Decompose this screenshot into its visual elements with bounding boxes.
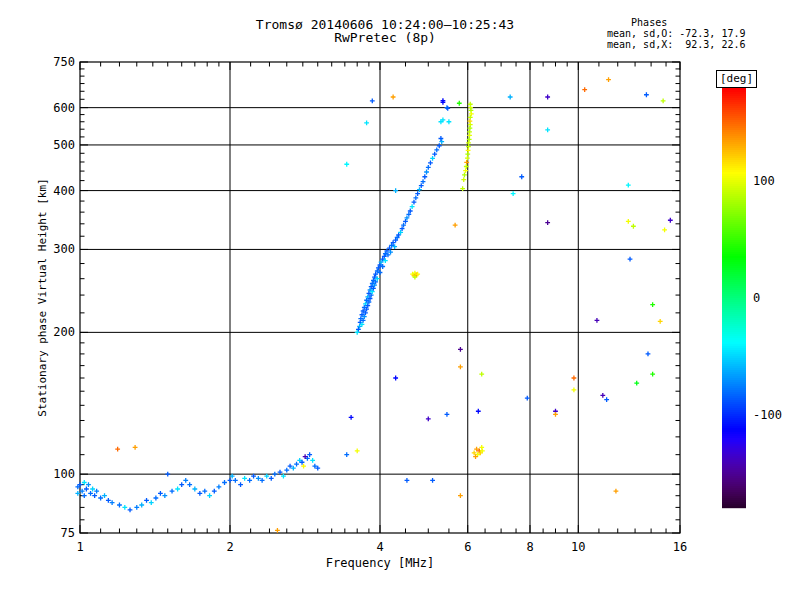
colorbar-tick-label: 100 [753, 174, 775, 188]
y-tick-label: 750 [53, 55, 75, 69]
grid-lines [80, 62, 680, 533]
data-point [247, 478, 252, 483]
data-point [662, 228, 667, 233]
data-point [445, 412, 450, 417]
data-point [458, 364, 463, 369]
data-point [644, 92, 649, 97]
data-point [275, 528, 280, 533]
x-tick-label: 2 [226, 540, 233, 554]
data-point [284, 468, 289, 473]
data-point [545, 220, 550, 225]
series-E-region-trace [75, 452, 320, 512]
x-tick-label: 1 [76, 540, 83, 554]
data-point [228, 478, 233, 483]
data-point [144, 498, 149, 503]
ionogram-plot: 124681016750600500400300200100751000-100 [0, 0, 800, 600]
data-point [424, 170, 429, 175]
data-point [133, 445, 138, 450]
data-point [545, 95, 550, 100]
data-point [445, 105, 450, 110]
data-point [149, 500, 154, 505]
data-point [405, 478, 410, 483]
data-point [170, 489, 175, 494]
data-point [355, 449, 360, 454]
data-point [458, 347, 463, 352]
data-point [457, 101, 462, 106]
data-point [604, 397, 609, 402]
data-point [631, 224, 636, 229]
colorbar-tick-label: 0 [753, 291, 760, 305]
data-point [626, 183, 631, 188]
data-point [650, 302, 655, 307]
data-point [658, 319, 663, 324]
data-point [479, 372, 484, 377]
data-point [519, 174, 524, 179]
y-tick-labels: 75060050040030020010075 [53, 55, 75, 540]
data-point [634, 381, 639, 386]
data-point [410, 204, 415, 209]
data-point [233, 478, 238, 483]
x-tick-label: 4 [376, 540, 383, 554]
data-point [349, 415, 354, 420]
data-point [437, 143, 442, 148]
data-point [153, 496, 158, 501]
ionogram-page: Tromsø 20140606 10:24:00–10:25:43 RwPret… [0, 0, 800, 600]
data-point [428, 160, 433, 165]
data-point [122, 505, 127, 510]
colorbar-gradient [722, 88, 746, 508]
data-point [139, 503, 144, 508]
data-point [432, 152, 437, 157]
data-point [628, 257, 633, 262]
y-tick-label: 200 [53, 325, 75, 339]
data-point [572, 387, 577, 392]
data-point [572, 376, 577, 381]
data-point [222, 480, 227, 485]
x-tick-label: 16 [673, 540, 687, 554]
x-tick-label: 10 [571, 540, 585, 554]
data-point [242, 476, 247, 481]
data-point [179, 482, 184, 487]
series-X-mode-trace [460, 102, 473, 191]
y-tick-label: 300 [53, 242, 75, 256]
data-point [545, 128, 550, 133]
data-point [430, 156, 435, 161]
data-point [476, 409, 481, 414]
data-point [82, 493, 87, 498]
data-points [75, 77, 672, 532]
data-point [393, 188, 398, 193]
data-point [438, 136, 443, 141]
data-point [272, 472, 277, 477]
data-point [134, 505, 139, 510]
data-point [165, 472, 170, 477]
y-tick-label: 600 [53, 101, 75, 115]
series-Es-orange-cluster [472, 447, 485, 459]
data-point [461, 177, 466, 182]
data-point [614, 489, 619, 494]
data-point [553, 412, 558, 417]
data-point [115, 447, 120, 452]
data-point [158, 491, 163, 496]
data-point [511, 191, 516, 196]
data-point [646, 352, 651, 357]
data-point [606, 77, 611, 82]
data-point [106, 498, 111, 503]
data-point [175, 487, 180, 492]
data-point [445, 106, 450, 111]
data-point [415, 191, 420, 196]
data-point [344, 452, 349, 457]
data-point [183, 478, 188, 483]
data-point [582, 87, 587, 92]
data-point [238, 482, 243, 487]
series-F-region-O-trace [344, 99, 449, 335]
y-tick-label: 75 [61, 526, 75, 540]
data-point [216, 484, 221, 489]
colorbar-tick-label: -100 [753, 408, 782, 422]
data-point [661, 99, 666, 104]
series-F-region-yellow-cluster [410, 271, 420, 280]
data-point [128, 507, 133, 512]
y-tick-label: 500 [53, 138, 75, 152]
x-tick-label: 8 [526, 540, 533, 554]
data-point [413, 195, 418, 200]
data-point [434, 148, 439, 153]
data-point [439, 139, 444, 144]
